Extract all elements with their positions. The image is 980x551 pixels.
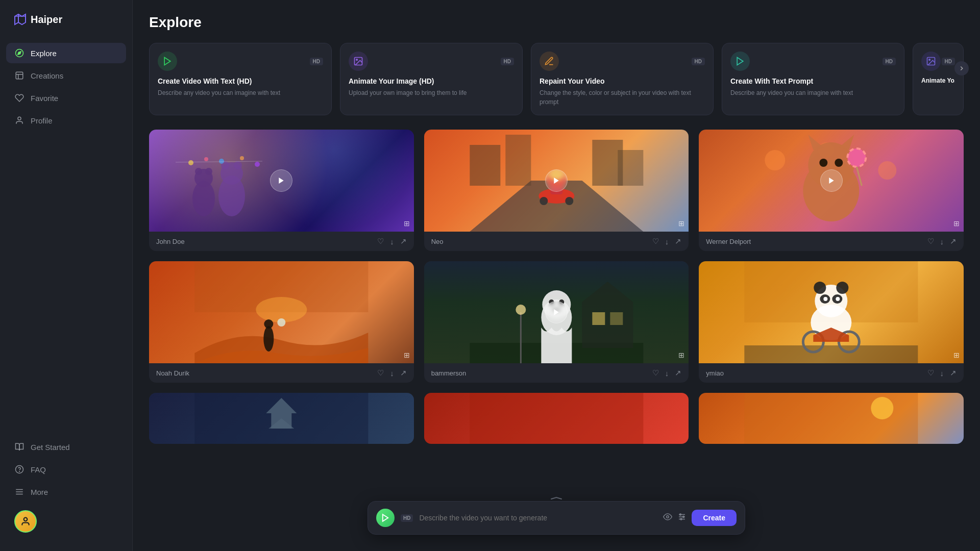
video-grid-row3 <box>149 393 964 444</box>
sidebar-item-explore[interactable]: Explore <box>6 43 126 63</box>
like-btn-ghost[interactable]: ♡ <box>652 368 659 378</box>
feature-card-repaint-video[interactable]: HD Repaint Your Video Change the style, … <box>531 43 714 115</box>
view-toggle-icon[interactable] <box>663 512 672 523</box>
svg-marker-93 <box>383 514 388 521</box>
create-bar-actions: Create <box>663 510 737 526</box>
hd-badge-5: HD <box>942 58 955 65</box>
feature-cards: HD Create Video With Text (HD) Describe … <box>149 43 964 115</box>
svg-marker-3 <box>18 52 21 55</box>
sidebar-item-label-favorite: Favorite <box>31 94 58 103</box>
sidebar-item-more[interactable]: More <box>6 482 126 502</box>
create-bar-handle[interactable] <box>549 494 564 504</box>
video-card-panda[interactable]: ⊞ ymiao ♡ ↓ ↗ <box>699 261 964 383</box>
share-btn-bears[interactable]: ↗ <box>400 237 407 246</box>
like-btn-cat[interactable]: ♡ <box>927 237 934 246</box>
svg-point-39 <box>540 197 548 205</box>
repaint-icon <box>540 52 559 71</box>
play-btn-ghost[interactable] <box>545 301 568 323</box>
feature-card-animate-partial[interactable]: HD Animate Yo... <box>913 43 964 115</box>
video-card-mario[interactable]: ⊞ Neo ♡ ↓ ↗ <box>424 130 689 251</box>
svg-point-98 <box>680 514 681 515</box>
share-btn-ghost[interactable]: ↗ <box>675 368 681 378</box>
svg-marker-45 <box>554 178 558 184</box>
download-btn-panda[interactable]: ↓ <box>940 369 944 378</box>
user-avatar[interactable] <box>14 510 37 533</box>
video-card-sunset-city[interactable] <box>699 393 964 444</box>
share-btn-cat[interactable]: ↗ <box>950 237 957 246</box>
svg-point-78 <box>814 282 826 294</box>
video-author-bears: John Doe <box>156 238 185 245</box>
feature-card-create-video-hd[interactable]: HD Create Video With Text (HD) Describe … <box>149 43 332 115</box>
sidebar-item-favorite[interactable]: Favorite <box>6 88 126 108</box>
video-thumb-desert: ⊞ <box>149 261 414 363</box>
logo-icon <box>12 12 27 27</box>
svg-point-27 <box>234 161 242 169</box>
video-card-bears[interactable]: ⊞ John Doe ♡ ↓ ↗ <box>149 130 414 251</box>
svg-point-69 <box>516 305 526 315</box>
sidebar-item-profile[interactable]: Profile <box>6 110 126 131</box>
video-author-desert: Noah Durik <box>156 369 189 377</box>
svg-point-28 <box>188 160 193 165</box>
fc-desc-4: Describe any video you can imagine with … <box>730 88 896 97</box>
play-btn-mario[interactable] <box>545 169 568 192</box>
user-icon <box>14 115 24 126</box>
fc-title-4: Create With Text Prompt <box>730 77 896 85</box>
svg-point-53 <box>820 159 828 167</box>
download-btn-desert[interactable]: ↓ <box>390 369 394 378</box>
svg-rect-42 <box>505 135 531 186</box>
video-card-cat[interactable]: ⊞ Werner Delport ♡ ↓ ↗ <box>699 130 964 251</box>
video-author-ghost: bammerson <box>431 369 467 377</box>
fc-title-3: Repaint Your Video <box>540 77 705 85</box>
create-input[interactable] <box>419 514 657 522</box>
video-author-mario: Neo <box>431 238 444 245</box>
share-btn-desert[interactable]: ↗ <box>400 368 407 378</box>
video-thumb-pagoda <box>149 393 414 444</box>
expand-icon-mario: ⊞ <box>678 219 684 228</box>
play-btn-bears[interactable] <box>270 169 292 192</box>
hd-badge-4: HD <box>883 58 896 65</box>
like-btn-mario[interactable]: ♡ <box>652 237 659 246</box>
like-btn-desert[interactable]: ♡ <box>377 368 384 378</box>
svg-point-30 <box>219 159 224 164</box>
sidebar-item-faq[interactable]: FAQ <box>6 459 126 480</box>
scroll-right-arrow[interactable] <box>954 61 969 76</box>
like-btn-bears[interactable]: ♡ <box>377 237 384 246</box>
create-button[interactable]: Create <box>692 510 737 526</box>
svg-marker-14 <box>164 58 170 65</box>
download-btn-bears[interactable]: ↓ <box>390 237 394 246</box>
video-thumb-bears: ⊞ <box>149 130 414 232</box>
svg-point-92 <box>871 397 894 419</box>
video-card-ghost[interactable]: ⊞ bammerson ♡ ↓ ↗ <box>424 261 689 383</box>
fc-desc-1: Describe any video you can imagine with … <box>158 88 323 97</box>
sidebar-item-creations[interactable]: Creations <box>6 65 126 86</box>
video-thumb-mario: ⊞ <box>424 130 689 232</box>
expand-icon-desert: ⊞ <box>404 351 410 359</box>
svg-marker-52 <box>839 135 854 150</box>
share-btn-mario[interactable]: ↗ <box>675 237 681 246</box>
hd-badge-2: HD <box>501 58 514 65</box>
video-card-pagoda[interactable] <box>149 393 414 444</box>
like-btn-panda[interactable]: ♡ <box>927 368 934 378</box>
video-card-red-scene[interactable] <box>424 393 689 444</box>
feature-card-text-prompt[interactable]: HD Create With Text Prompt Describe any … <box>722 43 904 115</box>
svg-point-19 <box>929 59 930 61</box>
create-bar-hd-badge: HD <box>401 514 413 522</box>
download-btn-cat[interactable]: ↓ <box>940 237 944 246</box>
svg-rect-66 <box>592 312 605 325</box>
settings-icon[interactable] <box>677 512 687 523</box>
play-btn-cat[interactable] <box>820 169 843 192</box>
download-btn-mario[interactable]: ↓ <box>665 237 669 246</box>
menu-icon <box>14 487 24 497</box>
book-open-icon <box>14 442 24 452</box>
download-btn-ghost[interactable]: ↓ <box>665 369 669 378</box>
svg-point-40 <box>565 197 573 205</box>
video-card-desert[interactable]: ⊞ Noah Durik ♡ ↓ ↗ <box>149 261 414 383</box>
share-btn-panda[interactable]: ↗ <box>950 368 957 378</box>
svg-rect-90 <box>470 393 643 444</box>
svg-rect-44 <box>618 150 643 186</box>
sidebar-item-get-started[interactable]: Get Started <box>6 437 126 457</box>
feature-card-animate-image-hd[interactable]: HD Animate Your Image (HD) Upload your o… <box>340 43 523 115</box>
expand-icon-ghost: ⊞ <box>678 351 684 359</box>
svg-point-16 <box>356 59 358 61</box>
logo[interactable]: Haiper <box>0 12 132 43</box>
